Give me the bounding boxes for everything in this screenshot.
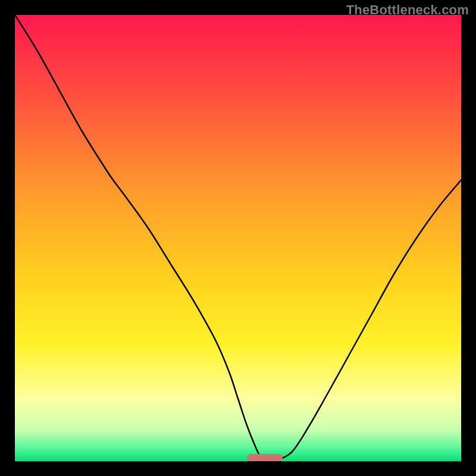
minimum-marker [247, 454, 283, 461]
chart-frame: TheBottleneck.com [0, 0, 476, 476]
chart-svg [15, 15, 461, 461]
chart-plot-area [15, 15, 461, 461]
gradient-background [15, 15, 461, 461]
